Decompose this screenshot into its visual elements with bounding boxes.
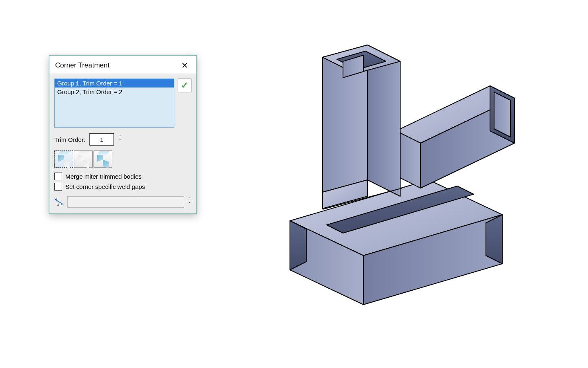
close-icon[interactable]: ✕ [179,60,191,71]
dialog-titlebar: Corner Treatment ✕ [49,56,196,74]
corner-type-1-button[interactable] [54,150,73,168]
dialog-body: Group 1, Trim Order = 1 Group 2, Trim Or… [49,74,196,213]
group-list-item[interactable]: Group 1, Trim Order = 1 [55,79,174,88]
gap-value-input[interactable] [67,196,184,208]
corner-type-row [54,150,192,168]
trim-order-stepper[interactable]: ˄ ˅ [118,135,122,144]
dialog-title: Corner Treatment [55,61,109,70]
weldgap-label: Set corner specific weld gaps [65,183,145,190]
confirm-button[interactable]: ✓ [178,79,192,92]
weldment-corner-3d-preview [261,20,523,319]
group-list-item[interactable]: Group 2, Trim Order = 2 [55,88,174,96]
merge-row: Merge miter trimmed bodies [54,173,192,180]
svg-marker-12 [494,92,510,137]
corner-treatment-dialog: Corner Treatment ✕ Group 1, Trim Order =… [49,55,197,214]
trim-order-input[interactable] [89,133,114,146]
weldgap-row: Set corner specific weld gaps [54,183,192,191]
trim-order-label: Trim Order: [54,136,85,143]
svg-marker-6 [290,221,306,270]
stepper-down-icon[interactable]: ˅ [118,139,122,144]
checkmark-icon: ✓ [181,80,188,91]
gap-value-row: G ˄ ˅ [54,196,192,208]
merge-label: Merge miter trimmed bodies [65,173,142,180]
cube-icon [97,154,109,164]
stepper-down-icon[interactable]: ˅ [187,202,192,206]
merge-checkbox[interactable] [54,173,62,180]
svg-marker-7 [486,215,502,264]
trim-order-row: Trim Order: ˄ ˅ [54,133,192,146]
group-list-row: Group 1, Trim Order = 1 Group 2, Trim Or… [54,79,192,128]
group-list[interactable]: Group 1, Trim Order = 1 Group 2, Trim Or… [54,79,174,128]
svg-text:G: G [57,203,59,206]
corner-type-3-button[interactable] [94,150,112,168]
corner-type-2-button[interactable] [74,150,93,168]
gap-stepper[interactable]: ˄ ˅ [187,198,192,206]
gap-dimension-icon: G [54,198,64,206]
weldgap-checkbox[interactable] [54,183,62,191]
cube-icon [78,154,89,164]
cube-icon [58,154,69,164]
